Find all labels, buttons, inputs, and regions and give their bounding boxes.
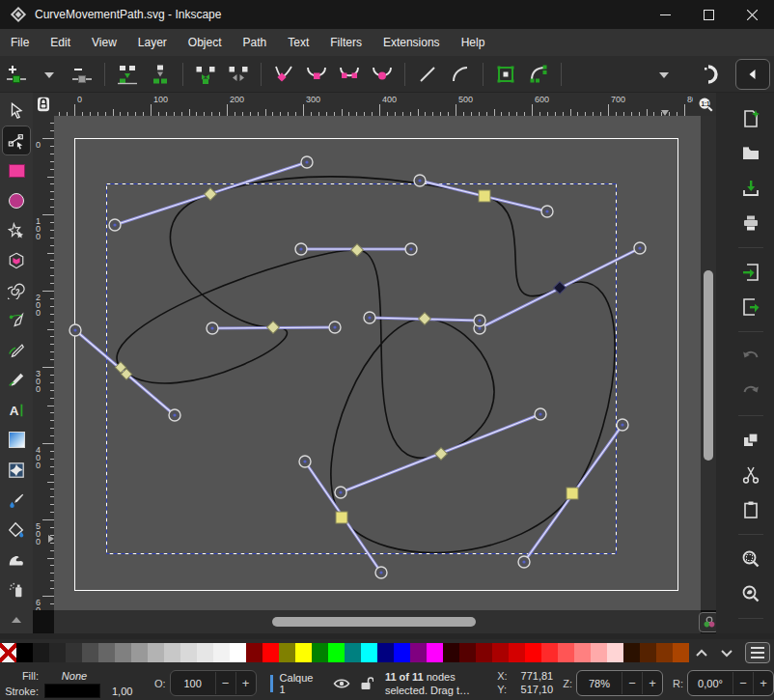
undo-button[interactable]	[736, 344, 765, 369]
menu-item-help[interactable]: Help	[451, 29, 496, 56]
fill-stroke-indicator[interactable]: Fill: None Stroke: 1,00	[2, 668, 135, 699]
plus-icon[interactable]: +	[753, 672, 773, 694]
horizontal-scrollbar[interactable]	[54, 610, 701, 633]
insert-node-button[interactable]	[1, 60, 32, 89]
palette-swatch[interactable]	[607, 643, 623, 662]
canvas[interactable]	[54, 116, 701, 610]
corner-node-button[interactable]	[268, 60, 299, 89]
menu-item-edit[interactable]: Edit	[40, 29, 81, 56]
cut-button[interactable]	[736, 462, 765, 488]
palette-swatch[interactable]	[33, 643, 49, 662]
path-node-cusp[interactable]	[205, 188, 217, 201]
palette-scroll-up-button[interactable]	[689, 642, 714, 663]
delete-segment-button[interactable]	[223, 60, 254, 89]
paste-button[interactable]	[736, 497, 765, 522]
opacity-spinbox[interactable]: 100 − +	[170, 670, 257, 696]
pencil-tool-button[interactable]	[3, 336, 30, 364]
path-node-cusp[interactable]	[419, 313, 431, 325]
palette-swatch[interactable]	[213, 643, 230, 662]
vertical-ruler[interactable]: 01 0 02 0 03 0 04 0 05 0 06 0 0	[33, 116, 54, 610]
horizontal-scrollbar-thumb[interactable]	[272, 617, 476, 627]
palette-swatch[interactable]	[361, 643, 377, 662]
close-button[interactable]	[731, 0, 774, 29]
palette-swatch[interactable]	[640, 643, 656, 662]
dropper-tool-button[interactable]	[3, 486, 30, 514]
menu-item-layer[interactable]: Layer	[127, 29, 178, 56]
palette-swatch[interactable]	[574, 643, 591, 662]
palette-swatch[interactable]	[345, 643, 361, 662]
palette-swatch[interactable]	[230, 643, 246, 662]
line-segment-button[interactable]	[412, 60, 443, 89]
tweak-tool-button[interactable]	[3, 546, 30, 574]
path-node-cusp[interactable]	[267, 322, 280, 334]
palette-swatch[interactable]	[312, 643, 328, 662]
quick-zoom-button[interactable]: 1:1	[693, 93, 718, 116]
export-button[interactable]	[736, 294, 765, 320]
new-document-button[interactable]	[736, 106, 765, 131]
redo-button[interactable]	[736, 378, 765, 404]
minimize-button[interactable]	[644, 0, 687, 29]
menu-item-path[interactable]: Path	[233, 29, 278, 56]
box3d-tool-button[interactable]	[3, 246, 30, 274]
palette-swatch[interactable]	[443, 643, 459, 662]
menu-item-extensions[interactable]: Extensions	[373, 29, 451, 56]
snap-toggle-button[interactable]	[696, 60, 727, 89]
symmetric-node-button[interactable]	[334, 60, 365, 89]
path-node-smooth[interactable]	[336, 512, 347, 523]
print-button[interactable]	[736, 210, 765, 236]
join-with-segment-button[interactable]	[190, 60, 221, 89]
rotation-spinbox[interactable]: 0,00° − +	[687, 670, 774, 696]
mesh-gradient-tool-button[interactable]	[3, 456, 30, 484]
break-path-button[interactable]	[112, 60, 143, 89]
vertical-scrollbar-thumb[interactable]	[704, 270, 713, 461]
palette-swatch[interactable]	[377, 643, 394, 662]
duplicate-button[interactable]	[736, 428, 765, 453]
curve-segment-button[interactable]	[445, 60, 476, 89]
pen-tool-button[interactable]	[3, 306, 30, 334]
save-document-button[interactable]	[736, 176, 765, 201]
layer-name[interactable]: Calque 1	[280, 672, 321, 695]
text-tool-button[interactable]: A	[3, 396, 30, 424]
palette-swatch[interactable]	[131, 643, 148, 662]
auto-smooth-node-button[interactable]	[367, 60, 398, 89]
palette-swatch[interactable]	[328, 643, 345, 662]
palette-swatch[interactable]	[148, 643, 164, 662]
palette-swatch[interactable]	[476, 643, 492, 662]
palette-swatch[interactable]	[492, 643, 509, 662]
stroke-to-path-button[interactable]	[523, 60, 554, 89]
palette-swatch[interactable]	[16, 643, 33, 662]
palette-menu-button[interactable]	[745, 642, 770, 663]
menu-item-view[interactable]: View	[81, 29, 127, 56]
collapse-snap-panel-button[interactable]	[735, 59, 770, 90]
palette-swatch[interactable]	[509, 643, 525, 662]
insert-node-dropdown[interactable]	[34, 60, 65, 89]
palette-swatch[interactable]	[180, 643, 197, 662]
menu-item-text[interactable]: Text	[277, 29, 319, 56]
palette-scroll-down-button[interactable]	[714, 642, 739, 663]
toolbar-overflow-dropdown[interactable]	[649, 60, 679, 89]
toolbox-more-button[interactable]	[3, 605, 30, 633]
object-to-path-button[interactable]	[490, 60, 521, 89]
palette-swatch[interactable]	[49, 643, 66, 662]
palette-swatch[interactable]	[197, 643, 213, 662]
palette-swatch[interactable]	[541, 643, 558, 662]
import-button[interactable]	[736, 260, 765, 285]
palette-swatch[interactable]	[410, 643, 427, 662]
horizontal-ruler[interactable]: 0100200300400500600700800	[54, 93, 693, 116]
palette-swatch[interactable]	[115, 643, 131, 662]
calligraphy-tool-button[interactable]	[3, 366, 30, 394]
palette-swatch[interactable]	[263, 643, 279, 662]
palette-swatch[interactable]	[558, 643, 574, 662]
delete-node-button[interactable]	[67, 60, 97, 89]
palette-swatch[interactable]	[98, 643, 115, 662]
path-node-smooth[interactable]	[479, 190, 490, 202]
bezier-path[interactable]	[117, 177, 615, 553]
rectangle-tool-button[interactable]	[3, 156, 30, 184]
zoom-selection-button[interactable]	[736, 546, 765, 572]
open-document-button[interactable]	[736, 141, 765, 166]
palette-swatch[interactable]	[591, 643, 607, 662]
ellipse-tool-button[interactable]	[3, 186, 30, 214]
stroke-color-swatch[interactable]	[44, 684, 100, 698]
palette-swatch[interactable]	[82, 643, 98, 662]
palette-swatch[interactable]	[623, 643, 640, 662]
